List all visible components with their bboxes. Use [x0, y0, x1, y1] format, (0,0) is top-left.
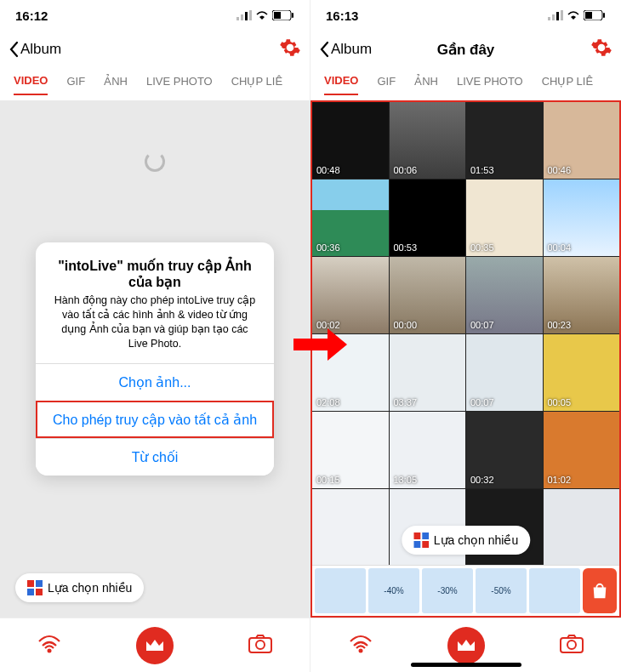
- tab-burst[interactable]: CHỤP LIÊ: [542, 75, 593, 94]
- nav-bar: Album Gần đây: [310, 31, 621, 68]
- multiselect-icon: [27, 580, 43, 595]
- wifi-tab-button[interactable]: [348, 634, 373, 658]
- camera-button[interactable]: [559, 634, 584, 658]
- status-icons: [548, 10, 606, 20]
- svg-rect-2: [245, 12, 248, 20]
- tab-gif[interactable]: GIF: [377, 75, 396, 94]
- video-thumb[interactable]: 00:07: [466, 257, 543, 333]
- premium-button[interactable]: [447, 627, 485, 664]
- svg-rect-7: [27, 580, 34, 587]
- wifi-icon: [348, 634, 373, 654]
- multiselect-icon: [413, 532, 429, 548]
- video-thumb[interactable]: 03:37: [390, 334, 466, 411]
- video-thumb[interactable]: 00:48: [312, 102, 389, 179]
- svg-point-27: [567, 641, 576, 649]
- back-label: Album: [20, 41, 61, 58]
- alert-allow-all-button[interactable]: Cho phép truy cập vào tất cả ảnh: [36, 401, 274, 438]
- status-icons: [236, 10, 294, 20]
- svg-rect-21: [413, 532, 420, 539]
- tab-video[interactable]: VIDEO: [14, 74, 48, 95]
- wifi-tab-button[interactable]: [37, 634, 62, 658]
- ad-item[interactable]: -40%: [368, 568, 419, 613]
- multi-select-label: Lựa chọn nhiều: [48, 581, 132, 595]
- video-thumb[interactable]: 00:00: [390, 257, 466, 333]
- media-tabs: VIDEO GIF ẢNH LIVE PHOTO CHỤP LIÊ: [310, 68, 621, 100]
- tab-livephoto[interactable]: LIVE PHOTO: [146, 75, 213, 94]
- chevron-left-icon: [9, 41, 19, 58]
- camera-icon: [559, 634, 584, 654]
- status-time: 16:12: [15, 9, 48, 23]
- ad-shop-icon[interactable]: [583, 568, 617, 613]
- status-time: 16:13: [326, 9, 358, 23]
- svg-rect-9: [27, 589, 34, 595]
- video-thumb[interactable]: 00:35: [466, 179, 543, 256]
- tab-video[interactable]: VIDEO: [324, 74, 358, 95]
- video-thumb[interactable]: [312, 489, 389, 566]
- alert-title: "intoLive" muốn truy cập Ảnh của bạn: [51, 258, 259, 290]
- tab-photo[interactable]: ẢNH: [414, 75, 438, 94]
- tab-gif[interactable]: GIF: [66, 75, 85, 94]
- page-title: Gần đây: [437, 41, 495, 59]
- alert-deny-button[interactable]: Từ chối: [36, 438, 274, 476]
- loading-spinner: [145, 151, 165, 172]
- permission-alert: "intoLive" muốn truy cập Ảnh của bạn Hàn…: [36, 242, 274, 476]
- back-label: Album: [331, 41, 372, 58]
- tab-livephoto[interactable]: LIVE PHOTO: [457, 75, 523, 94]
- svg-point-25: [358, 648, 362, 652]
- home-indicator[interactable]: [411, 663, 521, 667]
- back-button[interactable]: Album: [9, 41, 61, 58]
- tab-photo[interactable]: ẢNH: [104, 75, 128, 94]
- signal-icon: [236, 10, 252, 20]
- camera-icon: [248, 634, 273, 654]
- video-thumb[interactable]: 00:04: [544, 179, 620, 256]
- video-thumb[interactable]: 00:36: [312, 179, 389, 256]
- svg-rect-20: [603, 13, 605, 18]
- settings-button[interactable]: [279, 37, 301, 62]
- video-thumb[interactable]: 01:02: [544, 412, 620, 488]
- ad-banner[interactable]: ⓘ ✕ -40% -30% -50%: [312, 565, 619, 616]
- phone-left: 16:12 Album VIDEO GIF ẢNH LIVE PHOTO CHỤ…: [0, 0, 310, 672]
- video-thumb[interactable]: 02:08: [312, 334, 389, 411]
- tab-burst[interactable]: CHỤP LIÊ: [231, 75, 282, 94]
- svg-point-13: [256, 641, 265, 649]
- video-thumb[interactable]: 00:53: [390, 179, 466, 256]
- back-button[interactable]: Album: [319, 41, 372, 58]
- video-thumb[interactable]: 00:02: [312, 257, 389, 333]
- svg-point-11: [48, 648, 52, 652]
- video-thumb[interactable]: 00:07: [466, 334, 543, 411]
- multi-select-button[interactable]: Lựa chọn nhiều: [15, 573, 144, 602]
- battery-icon: [272, 10, 294, 20]
- status-bar: 16:12: [0, 0, 310, 31]
- video-thumb[interactable]: 00:23: [544, 257, 620, 333]
- wifi-icon: [255, 10, 269, 20]
- settings-button[interactable]: [590, 37, 612, 62]
- battery-icon: [584, 10, 606, 20]
- ad-item[interactable]: -50%: [476, 568, 527, 613]
- camera-button[interactable]: [248, 634, 273, 658]
- svg-rect-22: [422, 532, 429, 539]
- ad-item[interactable]: [315, 568, 366, 613]
- video-thumb[interactable]: 13:05: [390, 412, 466, 488]
- alert-body: Hành động này cho phép intoLive truy cập…: [51, 293, 259, 351]
- video-thumb[interactable]: 00:15: [312, 412, 389, 488]
- bottom-bar: [0, 618, 310, 672]
- video-thumb[interactable]: 00:05: [544, 334, 620, 411]
- video-thumb[interactable]: 01:53: [466, 102, 543, 179]
- video-grid[interactable]: 00:48 00:06 01:53 00:46 00:36 00:53 00:3…: [312, 102, 619, 566]
- multi-select-button[interactable]: Lựa chọn nhiều: [402, 526, 530, 555]
- wifi-icon: [37, 634, 62, 654]
- shopee-icon: [590, 582, 609, 601]
- video-thumb[interactable]: [544, 489, 620, 566]
- alert-select-photos-button[interactable]: Chọn ảnh...: [36, 363, 274, 401]
- svg-rect-16: [556, 12, 559, 20]
- status-bar: 16:13: [310, 0, 621, 31]
- svg-rect-24: [422, 541, 429, 548]
- video-thumb[interactable]: 00:46: [544, 102, 620, 179]
- premium-button[interactable]: [136, 627, 174, 664]
- svg-rect-5: [274, 12, 281, 19]
- video-thumb[interactable]: 00:32: [466, 412, 543, 488]
- gear-icon: [590, 37, 612, 59]
- ad-item[interactable]: [529, 568, 580, 613]
- ad-item[interactable]: -30%: [422, 568, 473, 613]
- video-thumb[interactable]: 00:06: [390, 102, 466, 179]
